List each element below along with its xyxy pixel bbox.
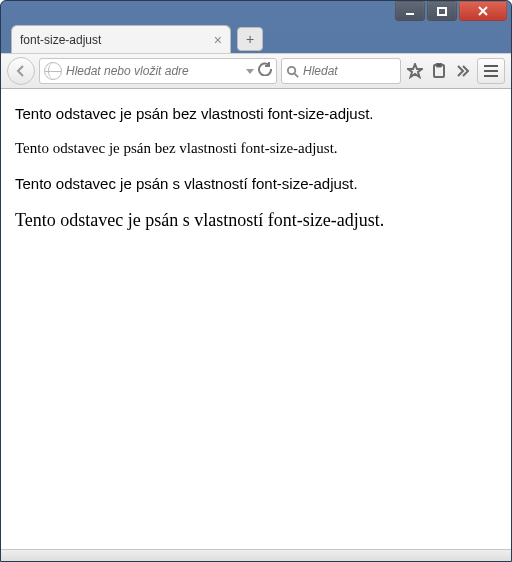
back-button[interactable]: [7, 57, 35, 85]
new-tab-button[interactable]: +: [237, 27, 263, 51]
browser-window: font-size-adjust × +: [0, 0, 512, 562]
window-minimize-button[interactable]: [395, 1, 425, 21]
library-button[interactable]: [429, 61, 449, 81]
svg-rect-8: [437, 64, 442, 67]
search-bar[interactable]: [281, 58, 401, 84]
paragraph-2: Tento odstavec je psán bez vlastnosti fo…: [15, 140, 497, 157]
overflow-button[interactable]: [453, 61, 473, 81]
star-icon: [407, 63, 423, 79]
svg-line-5: [294, 73, 298, 77]
search-icon: [286, 65, 299, 78]
hamburger-line: [484, 70, 498, 72]
chevron-double-right-icon: [455, 63, 471, 79]
tab-title: font-size-adjust: [20, 33, 208, 47]
page-content: Tento odstavec je psán bez vlastnosti fo…: [1, 89, 511, 549]
tabstrip: font-size-adjust × +: [1, 23, 511, 53]
window-titlebar: [1, 1, 511, 23]
tab-close-button[interactable]: ×: [214, 33, 222, 47]
paragraph-4: Tento odstavec je psán s vlastností font…: [15, 210, 497, 231]
hamburger-menu-button[interactable]: [477, 58, 505, 84]
window-maximize-button[interactable]: [427, 1, 457, 21]
svg-marker-6: [408, 64, 422, 77]
navigation-toolbar: [1, 53, 511, 89]
svg-point-4: [288, 66, 295, 73]
hamburger-line: [484, 75, 498, 77]
reload-button[interactable]: [258, 62, 272, 80]
browser-tab[interactable]: font-size-adjust ×: [11, 25, 231, 53]
svg-rect-1: [438, 8, 446, 15]
hamburger-line: [484, 65, 498, 67]
maximize-icon: [436, 5, 448, 17]
history-dropdown-icon[interactable]: [246, 69, 254, 74]
close-icon: [477, 5, 489, 17]
reload-icon: [258, 62, 272, 76]
minimize-icon: [404, 5, 416, 17]
globe-icon: [44, 62, 62, 80]
search-input[interactable]: [303, 64, 396, 78]
paragraph-3: Tento odstavec je psán s vlastností font…: [15, 175, 497, 192]
url-bar[interactable]: [39, 58, 277, 84]
paragraph-1: Tento odstavec je psán bez vlastnosti fo…: [15, 105, 497, 122]
window-close-button[interactable]: [459, 1, 507, 21]
url-input[interactable]: [66, 64, 242, 78]
clipboard-icon: [431, 63, 447, 79]
status-bar: [1, 549, 511, 561]
back-arrow-icon: [14, 64, 28, 78]
bookmark-star-button[interactable]: [405, 61, 425, 81]
